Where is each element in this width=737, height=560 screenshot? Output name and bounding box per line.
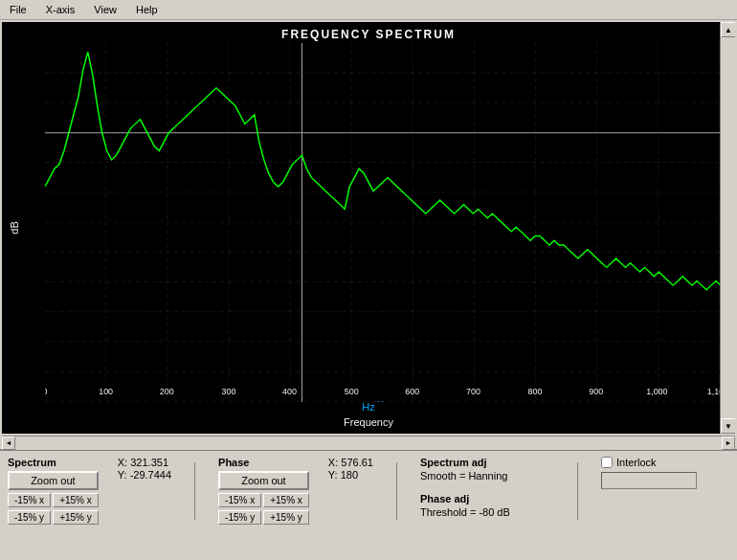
- phase-y-value: 180: [341, 469, 358, 481]
- spectrum-label: Spectrum: [8, 457, 99, 468]
- interlock-slider[interactable]: [601, 472, 697, 489]
- spectrum-x-buttons: -15% x +15% x: [8, 493, 99, 507]
- y-axis-label: dB: [9, 221, 20, 234]
- menu-view[interactable]: View: [88, 2, 123, 17]
- phase-y-label: Y:: [328, 469, 338, 481]
- smooth-label: Smooth = Hanning: [420, 470, 554, 482]
- phase-plus15y-button[interactable]: +15% y: [263, 510, 309, 525]
- controls-row: Spectrum Zoom out -15% x +15% x -15% y +…: [8, 457, 729, 525]
- phase-label: Phase: [218, 457, 309, 468]
- menu-file[interactable]: File: [4, 2, 33, 17]
- scrollbar-horizontal[interactable]: ◄ ►: [2, 436, 735, 449]
- phase-x-value: 576.61: [341, 457, 373, 468]
- phase-section: Phase Zoom out -15% x +15% x -15% y +15%…: [218, 457, 309, 525]
- x-axis-hz-label: Hz: [362, 401, 374, 413]
- divider-1: [194, 462, 195, 520]
- interlock-checkbox-row: Interlock: [601, 457, 657, 468]
- scroll-left-button[interactable]: ◄: [2, 437, 15, 450]
- scroll-right-button[interactable]: ►: [722, 437, 735, 450]
- phase-x-display: X: 576.61: [328, 457, 373, 468]
- svg-text:400: 400: [282, 388, 297, 397]
- spectrum-plus15y-button[interactable]: +15% y: [53, 510, 99, 525]
- interlock-label[interactable]: Interlock: [616, 457, 657, 468]
- svg-text:1,100: 1,100: [707, 388, 721, 397]
- svg-text:500: 500: [345, 388, 359, 397]
- phase-y-buttons: -15% y +15% y: [218, 510, 309, 525]
- spectrum-zoom-out-button[interactable]: Zoom out: [8, 471, 99, 490]
- svg-text:900: 900: [589, 388, 603, 397]
- svg-text:0: 0: [45, 388, 48, 397]
- spectrum-x-display: X: 321.351: [118, 457, 171, 468]
- chart-title: FREQUENCY SPECTRUM: [2, 22, 735, 41]
- menu-xaxis[interactable]: X-axis: [40, 2, 81, 17]
- svg-text:300: 300: [221, 388, 235, 397]
- threshold-label: Threshold = -80 dB: [420, 506, 554, 518]
- menu-bar: File X-axis View Help: [0, 0, 737, 20]
- spectrum-y-buttons: -15% y +15% y: [8, 510, 99, 525]
- svg-text:800: 800: [528, 388, 543, 397]
- svg-text:700: 700: [466, 388, 480, 397]
- phase-y-display: Y: 180: [328, 469, 373, 481]
- svg-text:600: 600: [405, 388, 419, 397]
- phase-plus15x-button[interactable]: +15% x: [263, 493, 309, 507]
- spectrum-adj-section: Spectrum adj Smooth = Hanning Phase adj …: [420, 457, 554, 518]
- x-axis-frequency-label: Frequency: [344, 416, 393, 428]
- interlock-section: Interlock: [601, 457, 697, 489]
- spectrum-section: Spectrum Zoom out -15% x +15% x -15% y +…: [8, 457, 99, 525]
- phase-xy-values: X: 576.61 Y: 180: [328, 457, 373, 481]
- frequency-chart[interactable]: -20 -25 -30 -35 -40 -45 -50 -55 -60 -65 …: [45, 43, 721, 402]
- phase-x-label: X:: [328, 457, 338, 468]
- chart-container: FREQUENCY SPECTRUM dB A (Left) -20 -25 -…: [2, 22, 735, 434]
- scroll-up-button[interactable]: ▲: [721, 22, 735, 37]
- spectrum-y-label: Y:: [118, 469, 127, 481]
- bottom-panel: Spectrum Zoom out -15% x +15% x -15% y +…: [0, 449, 737, 560]
- spectrum-xy-values: X: 321.351 Y: -29.7444: [118, 457, 171, 481]
- spectrum-minus15x-button[interactable]: -15% x: [8, 493, 51, 507]
- phase-adj-label: Phase adj: [420, 493, 554, 504]
- svg-text:Hz: Hz: [377, 398, 389, 402]
- spectrum-x-value: 321.351: [130, 457, 168, 468]
- divider-3: [577, 462, 578, 520]
- svg-text:1,000: 1,000: [646, 388, 668, 397]
- spectrum-adj-label: Spectrum adj: [420, 457, 554, 468]
- phase-x-buttons: -15% x +15% x: [218, 493, 309, 507]
- spectrum-plus15x-button[interactable]: +15% x: [53, 493, 99, 507]
- spectrum-y-display: Y: -29.7444: [118, 469, 171, 481]
- spectrum-y-value: -29.7444: [130, 469, 171, 481]
- scrollbar-vertical[interactable]: ▲ ▼: [720, 22, 735, 434]
- phase-zoom-out-button[interactable]: Zoom out: [218, 471, 309, 490]
- interlock-checkbox[interactable]: [601, 457, 613, 468]
- spectrum-x-label: X:: [118, 457, 127, 468]
- scroll-down-button[interactable]: ▼: [721, 418, 735, 434]
- divider-2: [396, 462, 397, 520]
- menu-help[interactable]: Help: [130, 2, 164, 17]
- svg-text:200: 200: [160, 388, 174, 397]
- svg-rect-4: [45, 43, 721, 402]
- phase-minus15y-button[interactable]: -15% y: [218, 510, 261, 525]
- phase-minus15x-button[interactable]: -15% x: [218, 493, 261, 507]
- spectrum-minus15y-button[interactable]: -15% y: [8, 510, 51, 525]
- svg-text:100: 100: [99, 388, 113, 397]
